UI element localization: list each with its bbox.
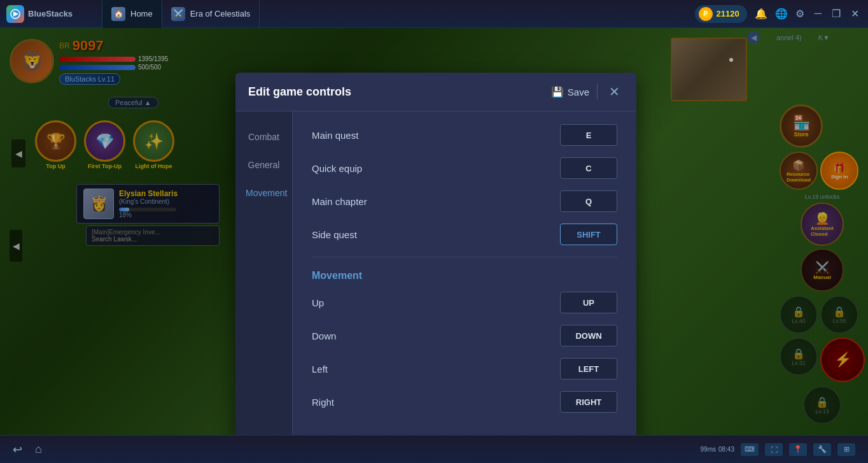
pin-icon[interactable]: 📍: [789, 443, 807, 456]
movement-section-label: Movement: [312, 270, 617, 281]
main-quest-label: Main quest: [312, 130, 358, 141]
coin-amount: 21120: [717, 9, 739, 18]
settings-icon[interactable]: ⚙: [795, 8, 804, 20]
bottom-right-controls: 99ms 08:43 ⌨ ⛶ 📍 🔧 ⊞: [701, 443, 855, 456]
main-chapter-key-btn[interactable]: Q: [560, 190, 617, 212]
minimize-button[interactable]: ─: [812, 6, 824, 21]
screen-icon[interactable]: ⛶: [765, 443, 783, 456]
up-key-btn[interactable]: UP: [560, 292, 617, 313]
left-key-btn[interactable]: LEFT: [560, 358, 617, 380]
save-icon: 💾: [551, 86, 564, 98]
extra-icon[interactable]: ⊞: [837, 443, 855, 456]
home-tab[interactable]: 🏠 Home: [102, 0, 162, 28]
bluestacks-logo: BlueStacks: [0, 5, 102, 23]
time-display: 08:43: [718, 446, 734, 453]
taskbar: BlueStacks 🏠 Home ⚔️ Era of Celestials P…: [0, 0, 868, 28]
bs-logo-icon: [6, 5, 24, 23]
back-icon[interactable]: ↩: [13, 443, 22, 457]
dialog-header-actions: 💾 Save ✕: [551, 83, 624, 101]
nav-item-combat[interactable]: Combat: [235, 124, 292, 150]
nav-item-general[interactable]: General: [235, 152, 292, 178]
key-row-main-quest: Main quest E: [312, 124, 617, 146]
ping-display: 99ms: [701, 446, 716, 453]
home-tab-icon: 🏠: [111, 7, 125, 21]
save-button[interactable]: 💾 Save: [551, 86, 589, 98]
key-row-side-quest: Side quest SHIFT: [312, 224, 617, 245]
key-bindings-section: Main quest E Quick equip C Main chapter …: [312, 124, 617, 245]
taskbar-right: P 21120 🔔 🌐 ⚙ ─ ❐ ✕: [695, 5, 869, 23]
key-row-main-chapter: Main chapter Q: [312, 190, 617, 212]
home-icon[interactable]: ⌂: [35, 443, 42, 457]
main-chapter-label: Main chapter: [312, 196, 367, 207]
key-row-left: Left LEFT: [312, 358, 617, 380]
game-tab-icon: ⚔️: [171, 7, 185, 21]
movement-section: Movement Up UP Down DOWN Left LEFT Righ: [312, 270, 617, 413]
up-label: Up: [312, 297, 324, 308]
coin-icon: P: [699, 7, 713, 21]
dialog-title: Edit game controls: [248, 85, 351, 99]
key-row-up: Up UP: [312, 292, 617, 313]
close-button[interactable]: ✕: [848, 6, 862, 21]
section-divider: [312, 257, 617, 257]
header-divider: [597, 84, 598, 99]
side-quest-key-btn[interactable]: SHIFT: [560, 224, 617, 245]
dialog-header: Edit game controls 💾 Save ✕: [235, 73, 636, 111]
network-icon[interactable]: 🌐: [775, 8, 788, 20]
save-label: Save: [568, 87, 589, 97]
game-tab-label: Era of Celestials: [190, 9, 251, 18]
svg-marker-1: [13, 11, 18, 17]
game-tab[interactable]: ⚔️ Era of Celestials: [162, 0, 260, 28]
app-name: BlueStacks: [28, 9, 73, 18]
edit-controls-dialog: Edit game controls 💾 Save ✕ Combat Gener…: [235, 73, 636, 463]
restore-button[interactable]: ❐: [829, 6, 843, 21]
down-key-btn[interactable]: DOWN: [560, 325, 617, 346]
down-label: Down: [312, 331, 336, 341]
nav-item-movement[interactable]: Movement: [235, 180, 292, 206]
key-row-right: Right RIGHT: [312, 391, 617, 413]
quick-equip-label: Quick equip: [312, 163, 362, 174]
keyboard-icon[interactable]: ⌨: [741, 443, 759, 456]
dialog-main: Main quest E Quick equip C Main chapter …: [293, 111, 636, 437]
key-row-quick-equip: Quick equip C: [312, 157, 617, 179]
main-quest-key-btn[interactable]: E: [560, 124, 617, 146]
game-content: 🦁 BR 9097 1395/1395 500/500 BluStacks: [0, 28, 868, 463]
key-row-down: Down DOWN: [312, 325, 617, 346]
home-tab-label: Home: [130, 9, 153, 18]
dialog-body: Combat General Movement Main quest E Qui…: [235, 111, 636, 437]
tools-icon[interactable]: 🔧: [813, 443, 831, 456]
close-button[interactable]: ✕: [605, 83, 624, 101]
bottom-bar: ↩ ⌂ 99ms 08:43 ⌨ ⛶ 📍 🔧 ⊞: [0, 435, 868, 463]
side-quest-label: Side quest: [312, 229, 357, 240]
dialog-nav: Combat General Movement: [235, 111, 293, 437]
right-key-btn[interactable]: RIGHT: [560, 391, 617, 413]
notification-icon[interactable]: 🔔: [755, 8, 767, 20]
window-controls: ─ ❐ ✕: [812, 6, 862, 21]
bottom-left-controls: ↩ ⌂: [13, 443, 42, 457]
quick-equip-key-btn[interactable]: C: [560, 157, 617, 179]
right-label: Right: [312, 397, 334, 408]
left-label: Left: [312, 364, 328, 374]
coin-display: P 21120: [695, 5, 747, 23]
status-area: 99ms 08:43: [701, 443, 734, 456]
